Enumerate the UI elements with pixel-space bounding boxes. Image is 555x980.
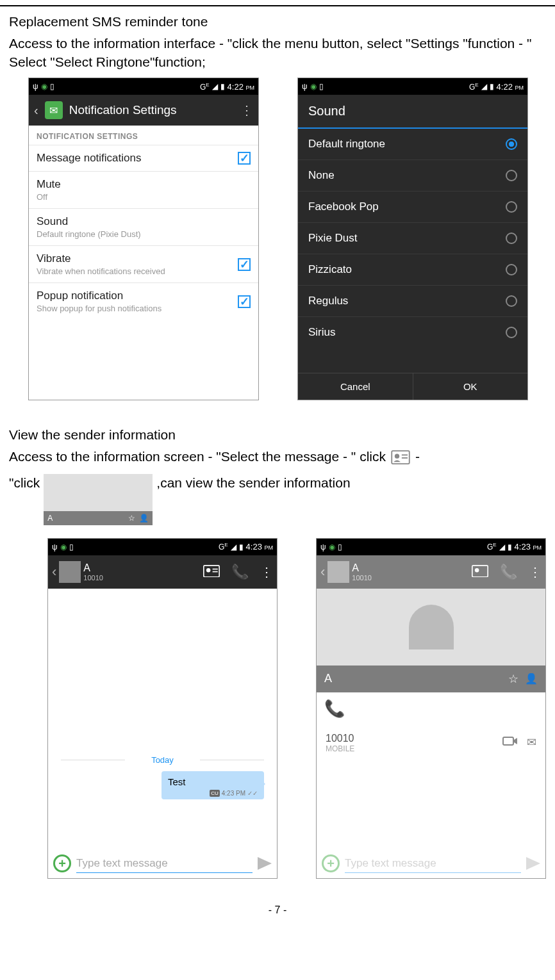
video-call-icon[interactable] xyxy=(502,735,518,750)
message-input[interactable]: Type text message xyxy=(76,854,253,873)
contact-quick-card: A ☆ 👤 📞 10010 MOBILE xyxy=(317,589,545,761)
message-composer-dimmed: + Type text message xyxy=(317,849,545,878)
date-separator: Today xyxy=(48,755,277,765)
back-icon: ‹ xyxy=(320,564,325,580)
radio-icon xyxy=(506,170,517,181)
battery-icon: ▮ xyxy=(220,82,225,91)
checkbox-icon[interactable] xyxy=(238,152,251,165)
setting-row-message-notifications[interactable]: Message notifications xyxy=(29,145,258,171)
checkbox-icon[interactable] xyxy=(238,295,251,308)
setting-row-vibrate[interactable]: Vibrate Vibrate when notifications recei… xyxy=(29,245,258,282)
ringtone-option-default[interactable]: Default ringtone xyxy=(298,129,527,160)
signal-icon: ◢ xyxy=(231,543,236,551)
usb-icon: ψ xyxy=(302,82,308,91)
chip-name: A xyxy=(47,513,53,523)
checkbox-icon[interactable] xyxy=(238,258,251,271)
overflow-menu-icon[interactable]: ⋮ xyxy=(240,102,253,118)
contact-popup-label: MOBILE xyxy=(326,744,354,753)
contact-name-bar: A ☆ 👤 xyxy=(317,666,545,692)
svg-rect-6 xyxy=(213,568,218,569)
clock: 4:22 PM xyxy=(228,82,254,92)
sync-icon: ◉ xyxy=(41,82,47,91)
setting-label: Popup notification xyxy=(37,290,238,302)
usb-icon: ψ xyxy=(52,543,58,551)
person-details-icon[interactable]: 👤 xyxy=(525,673,538,685)
ringtone-option-pizzicato[interactable]: Pizzicato xyxy=(298,254,527,286)
ringtone-option-facebook-pop[interactable]: Facebook Pop xyxy=(298,192,527,223)
call-icon: 📞 xyxy=(500,564,517,580)
ringtone-option-pixie-dust[interactable]: Pixie Dust xyxy=(298,223,527,254)
person-icon: 👤 xyxy=(139,513,149,523)
paragraph-1: Access to the information interface - "c… xyxy=(9,35,546,71)
screenshot-notification-settings: ψ ◉ ▯ GE ◢ ▮ 4:22 PM ‹ ✉ Notification Se… xyxy=(28,78,259,400)
overflow-menu-icon[interactable]: ⋮ xyxy=(260,564,273,580)
ringtone-option-regulus[interactable]: Regulus xyxy=(298,286,527,317)
sync-icon: ◉ xyxy=(60,543,67,551)
message-bubble-sent[interactable]: Test CU 4:23 PM ✓✓ xyxy=(162,771,264,799)
avatar[interactable] xyxy=(59,561,81,583)
battery-icon: ▮ xyxy=(490,82,494,91)
conversation-header-dimmed: ‹ A 10010 📞 ⋮ xyxy=(317,555,545,589)
conversation-header: ‹ A 10010 📞 ⋮ xyxy=(48,555,277,589)
ringtone-option-sirius[interactable]: Sirius xyxy=(298,317,527,348)
contact-actions: 📞 xyxy=(317,692,545,725)
page-number: - 7 - xyxy=(9,904,546,916)
signal-icon: ◢ xyxy=(481,82,487,91)
status-bar: ψ ◉ ▯ GE ◢ ▮ 4:22 PM xyxy=(29,78,258,95)
call-icon[interactable]: 📞 xyxy=(231,564,249,580)
battery-icon: ▮ xyxy=(239,543,244,551)
svg-point-5 xyxy=(206,568,211,573)
message-icon[interactable]: ✉ xyxy=(527,735,536,750)
send-button[interactable] xyxy=(258,857,272,870)
svg-rect-2 xyxy=(402,454,408,455)
setting-label: Mute xyxy=(37,178,251,191)
message-text: Test xyxy=(168,776,258,787)
contact-card-icon xyxy=(472,565,488,579)
radio-icon xyxy=(506,201,517,213)
paragraph-3: "click A ☆ 👤 ,can view the sender inform… xyxy=(9,474,546,525)
svg-rect-3 xyxy=(402,457,408,459)
app-bar: ‹ ✉ Notification Settings ⋮ xyxy=(29,95,258,126)
contact-name: A xyxy=(83,562,103,574)
svg-rect-7 xyxy=(213,571,218,572)
section-header: NOTIFICATION SETTINGS xyxy=(29,126,258,145)
network-icon: GE xyxy=(487,542,497,551)
message-input: Type text message xyxy=(345,854,521,873)
setting-sublabel: Vibrate when notifications received xyxy=(37,266,238,276)
network-icon: GE xyxy=(469,82,479,92)
misc-icon: ▯ xyxy=(69,543,74,551)
avatar xyxy=(327,561,349,583)
contact-card-icon[interactable] xyxy=(203,565,220,579)
star-icon[interactable]: ☆ xyxy=(508,672,518,686)
back-icon[interactable]: ‹ xyxy=(34,103,38,118)
status-bar: ψ ◉ ▯ GE ◢ ▮ 4:23 PM xyxy=(317,539,545,555)
screen-title: Notification Settings xyxy=(69,103,234,117)
setting-row-sound[interactable]: Sound Default ringtone (Pixie Dust) xyxy=(29,208,258,245)
setting-label: Sound xyxy=(37,215,251,228)
ok-button[interactable]: OK xyxy=(413,373,528,400)
sync-icon: ◉ xyxy=(310,82,317,91)
setting-sublabel: Off xyxy=(37,192,251,202)
conversation-body: Today Test CU 4:23 PM ✓✓ xyxy=(48,589,277,849)
contact-number: 10010 xyxy=(352,574,372,582)
back-icon[interactable]: ‹ xyxy=(52,564,56,580)
ringtone-list: Default ringtone None Facebook Pop Pixie… xyxy=(298,129,527,373)
heading-2: View the sender information xyxy=(9,426,546,444)
network-icon: GE xyxy=(200,82,210,92)
setting-row-popup-notification[interactable]: Popup notification Show popup for push n… xyxy=(29,282,258,320)
svg-point-9 xyxy=(475,568,479,573)
contact-number: 10010 xyxy=(83,574,103,582)
attach-button[interactable]: + xyxy=(53,854,71,872)
ringtone-option-none[interactable]: None xyxy=(298,160,527,192)
usb-icon: ψ xyxy=(320,543,326,551)
modal-overlay[interactable]: A ☆ 👤 📞 10010 MOBILE xyxy=(317,589,545,761)
send-button xyxy=(526,857,540,870)
dialog-title: Sound xyxy=(298,95,527,129)
heading-1: Replacement SMS reminder tone xyxy=(9,13,546,31)
network-icon: GE xyxy=(219,542,228,551)
signal-icon: ◢ xyxy=(212,82,218,91)
setting-row-mute[interactable]: Mute Off xyxy=(29,171,258,208)
call-action-icon[interactable]: 📞 xyxy=(324,699,345,719)
cancel-button[interactable]: Cancel xyxy=(298,373,413,400)
contact-number-row[interactable]: 10010 MOBILE ✉ xyxy=(317,725,545,761)
